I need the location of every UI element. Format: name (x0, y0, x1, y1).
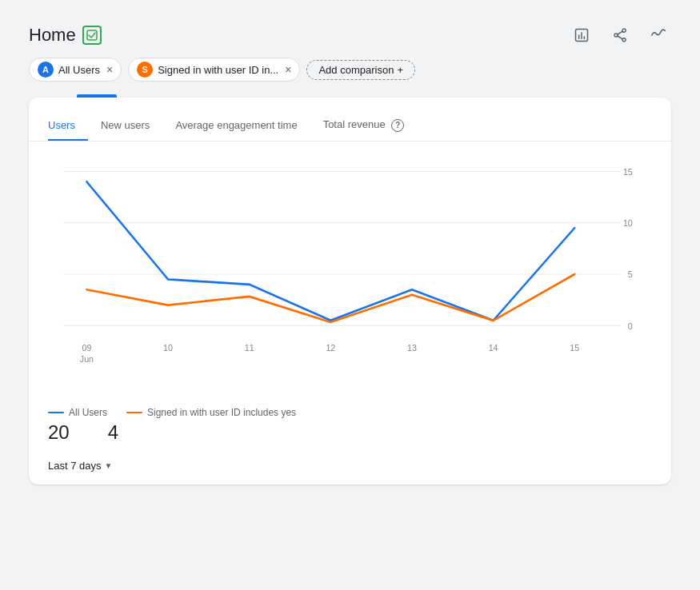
all-users-close[interactable]: × (106, 63, 113, 76)
svg-text:09: 09 (82, 342, 91, 353)
svg-text:14: 14 (489, 342, 498, 353)
svg-text:10: 10 (163, 342, 173, 353)
all-users-avatar: A (38, 62, 54, 78)
svg-text:10: 10 (623, 217, 633, 228)
title-group: Home (29, 25, 102, 46)
metrics-tabs: Users New users Average engagement time … (29, 98, 671, 142)
svg-text:5: 5 (628, 269, 633, 279)
value-all-users: 20 (48, 421, 70, 444)
signed-in-avatar: S (137, 62, 153, 78)
legend-line-all-users (48, 412, 64, 413)
signed-in-close[interactable]: × (285, 63, 291, 76)
analytics-icon[interactable] (646, 22, 671, 48)
svg-text:15: 15 (570, 342, 579, 353)
page-container: Home (13, 13, 687, 494)
all-users-label: All Users (58, 64, 100, 76)
legend-line-signed-in (126, 412, 142, 413)
chart-area: 15 10 5 0 09 Jun 10 11 12 13 14 15 (29, 142, 671, 401)
tab-new-users[interactable]: New users (88, 111, 162, 141)
share-icon[interactable] (607, 22, 633, 48)
date-range-label: Last 7 days (48, 460, 102, 472)
footer-row: Last 7 days ▼ (29, 450, 671, 472)
legend-item-signed-in: Signed in with user ID includes yes (126, 407, 296, 418)
svg-text:11: 11 (245, 342, 254, 353)
chart-svg: 15 10 5 0 09 Jun 10 11 12 13 14 15 (48, 154, 652, 394)
svg-text:15: 15 (623, 166, 633, 177)
svg-text:13: 13 (407, 342, 417, 353)
add-icon: + (397, 64, 403, 76)
header-actions (569, 22, 671, 48)
all-users-chip[interactable]: A All Users × (29, 58, 122, 82)
filters-row: A All Users × S Signed in with user ID i… (29, 58, 671, 82)
tab-avg-engagement[interactable]: Average engagement time (162, 111, 310, 141)
svg-line-8 (618, 31, 622, 34)
page-title: Home (29, 25, 76, 46)
analytics-card: Users New users Average engagement time … (29, 98, 671, 484)
svg-text:12: 12 (326, 342, 335, 353)
signed-in-label: Signed in with user ID in... (158, 64, 278, 76)
svg-text:0: 0 (628, 321, 633, 331)
legend-row: All Users Signed in with user ID include… (29, 401, 671, 418)
total-revenue-help-icon: ? (391, 119, 404, 132)
add-comparison-button[interactable]: Add comparison + (306, 60, 415, 80)
date-range-button[interactable]: Last 7 days ▼ (48, 460, 112, 472)
tab-total-revenue[interactable]: Total revenue ? (310, 110, 418, 142)
title-icon (82, 26, 102, 45)
signed-in-chip[interactable]: S Signed in with user ID in... × (128, 58, 300, 82)
legend-label-all-users: All Users (69, 407, 107, 418)
legend-item-all-users: All Users (48, 407, 107, 418)
legend-values: 20 4 (29, 418, 671, 450)
svg-line-9 (618, 36, 622, 39)
chevron-down-icon: ▼ (105, 461, 113, 470)
value-signed-in: 4 (108, 421, 118, 444)
tab-users[interactable]: Users (48, 111, 88, 141)
card-active-indicator (77, 94, 117, 98)
add-comparison-label: Add comparison (318, 64, 394, 76)
header-row: Home (29, 22, 671, 48)
chart-container: 15 10 5 0 09 Jun 10 11 12 13 14 15 (48, 154, 652, 394)
svg-text:Jun: Jun (80, 353, 94, 364)
report-icon[interactable] (569, 22, 594, 48)
legend-label-signed-in: Signed in with user ID includes yes (147, 407, 296, 418)
